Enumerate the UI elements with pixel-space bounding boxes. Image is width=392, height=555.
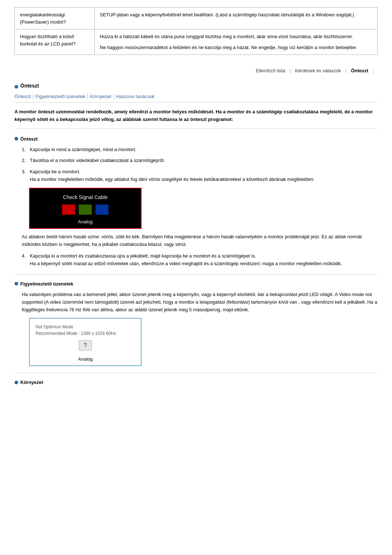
warning-heading: Figyelmeztető üzenetek bbox=[15, 281, 377, 287]
environment-heading: Környezet bbox=[15, 380, 377, 385]
sub-nav-tips[interactable]: Hasznos tanácsok bbox=[114, 94, 157, 99]
color-blue bbox=[95, 204, 109, 215]
signal-colors bbox=[37, 204, 134, 215]
intro-paragraph: A monitor önteszt uzemmoddal rendelkezik… bbox=[15, 108, 377, 129]
nav-item-checklist[interactable]: Ellenőrző lista bbox=[252, 68, 290, 73]
step-1: 1. Kapcsolja ki mind a számítógépet, min… bbox=[15, 146, 377, 154]
step-3-sub: Ha a monitor megfelelően működik, egy ab… bbox=[30, 177, 314, 182]
sub-nav-ontest[interactable]: Önteszt bbox=[15, 94, 33, 99]
step-3-text: Kapcsolja be a monitort. Ha a monitor me… bbox=[30, 168, 377, 183]
main-section-title: Önteszt bbox=[20, 83, 39, 89]
warning-text: Ha valamilyen probléma van a bemeneti je… bbox=[15, 291, 377, 313]
blue-dot-icon bbox=[15, 137, 18, 141]
sub-nav-environment[interactable]: Környezet bbox=[88, 94, 114, 99]
signal-analog-label: Analog bbox=[37, 219, 134, 224]
color-green bbox=[79, 204, 92, 215]
nav-item-qa[interactable]: Kérdések és válaszok bbox=[291, 68, 345, 73]
warning-analog-label: Analog bbox=[36, 356, 135, 362]
blue-dot-icon bbox=[15, 85, 18, 89]
blue-dot-icon bbox=[15, 282, 18, 285]
not-optimum-line1: Not Optimum Mode bbox=[36, 324, 135, 330]
warning-display-box: Not Optimum Mode Recommended Mode : 1280… bbox=[29, 318, 142, 366]
sub-nav-warnings[interactable]: Figyelmeztető üzenetek bbox=[33, 94, 88, 99]
color-red bbox=[62, 204, 75, 215]
color-description: Az ablakon belüli három hasáb színe: vör… bbox=[15, 233, 377, 248]
table-cell-value: Húzza ki a hálózati kábelt és utána puha… bbox=[95, 29, 377, 55]
nav-separator: | bbox=[373, 68, 374, 73]
table-cell-value: SETUP-jában vagy a képernyővédőnél lehet… bbox=[95, 8, 377, 29]
warning-box-text: Not Optimum Mode Recommended Mode : 1280… bbox=[36, 324, 135, 337]
ontest-heading: Önteszt bbox=[15, 136, 377, 142]
step-2-text: Távolítsa el a monitor videókábel csatla… bbox=[30, 157, 377, 165]
blue-dot-icon bbox=[15, 381, 18, 384]
section-divider bbox=[15, 274, 377, 275]
step-4-text: Kapcsolja ki a monitort és csatlakoztass… bbox=[30, 252, 377, 268]
table-cell-label: energiatakarékossági(PowerSaver) modot? bbox=[15, 8, 95, 29]
nav-bar: Ellenőrző lista | Kérdések és válaszok |… bbox=[15, 66, 377, 76]
nav-item-ontest[interactable]: Önteszt bbox=[347, 68, 373, 73]
signal-cable-title: Check Signal Cable bbox=[37, 194, 134, 200]
step-3: 3. Kapcsolja be a monitort. Ha a monitor… bbox=[15, 168, 377, 183]
table-cell-label: Hogyan tisztítható a külső burkolat és a… bbox=[15, 29, 95, 55]
not-optimum-line2: Recommended Mode : 1280 x 1024 60Hz bbox=[36, 330, 135, 337]
ontest-title: Önteszt bbox=[20, 136, 38, 142]
environment-title: Környezet bbox=[20, 380, 43, 385]
sub-nav: Önteszt Figyelmeztető üzenetek Környezet… bbox=[15, 94, 377, 102]
signal-cable-box: Check Signal Cable Analog bbox=[29, 188, 142, 229]
section-divider-2 bbox=[15, 373, 377, 373]
table-row: energiatakarékossági(PowerSaver) modot? … bbox=[15, 8, 377, 29]
warning-title: Figyelmeztető üzenetek bbox=[20, 281, 73, 287]
question-button: ? bbox=[79, 340, 92, 351]
step-2: 2. Távolítsa el a monitor videókábel csa… bbox=[15, 157, 377, 165]
step-4: 4. Kapcsolja ki a monitort és csatlakozt… bbox=[15, 252, 377, 268]
table-row: Hogyan tisztítható a külső burkolat és a… bbox=[15, 29, 377, 55]
faq-table: energiatakarékossági(PowerSaver) modot? … bbox=[15, 7, 377, 55]
step-1-text: Kapcsolja ki mind a számítógépet, mind a… bbox=[30, 146, 377, 154]
step-4-sub: Ha a képernyő sötét marad az előző művel… bbox=[30, 261, 342, 266]
